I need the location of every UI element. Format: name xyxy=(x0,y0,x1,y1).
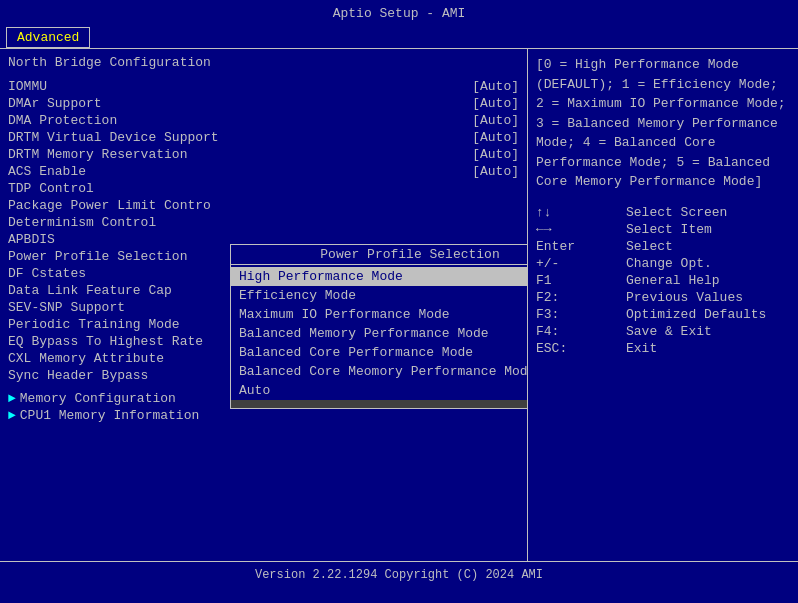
key-row-select: Enter Select xyxy=(536,238,790,255)
main-area: North Bridge Configuration IOMMU [Auto] … xyxy=(0,48,798,561)
submenu-cpu1-memory[interactable]: ► CPU1 Memory Information xyxy=(8,407,519,424)
key-row-esc: ESC: Exit xyxy=(536,340,790,357)
menu-label-acs: ACS Enable xyxy=(8,164,86,179)
bottom-bar: Version 2.22.1294 Copyright (C) 2024 AMI xyxy=(0,561,798,588)
key-desc-save: Save & Exit xyxy=(626,324,712,339)
dropdown-item-auto[interactable]: Auto xyxy=(231,381,528,400)
menu-value-drtm-virtual: [Auto] xyxy=(472,130,519,145)
left-panel-heading: North Bridge Configuration xyxy=(8,55,519,70)
menu-label-sev-snp: SEV-SNP Support xyxy=(8,300,125,315)
key-row-prev: F2: Previous Values xyxy=(536,289,790,306)
key-row-screen: ↑↓ Select Screen xyxy=(536,204,790,221)
key-enter: Enter xyxy=(536,239,626,254)
menu-label-dma-protection: DMA Protection xyxy=(8,113,117,128)
version-text: Version 2.22.1294 Copyright (C) 2024 AMI xyxy=(255,568,543,582)
menu-label-apbdis: APBDIS xyxy=(8,232,55,247)
key-desc-select: Select xyxy=(626,239,673,254)
dropdown-item-balanced-core-mem[interactable]: Balanced Core Meomory Performance Mode xyxy=(231,362,528,381)
title-bar: Aptio Setup - AMI xyxy=(0,0,798,25)
menu-label-periodic: Periodic Training Mode xyxy=(8,317,180,332)
menu-value-dmar: [Auto] xyxy=(472,96,519,111)
key-esc: ESC: xyxy=(536,341,626,356)
menu-value-acs: [Auto] xyxy=(472,164,519,179)
dropdown-item-balanced-core[interactable]: Balanced Core Performance Mode xyxy=(231,343,528,362)
key-desc-screen: Select Screen xyxy=(626,205,727,220)
menu-label-cxl-memory: CXL Memory Attribute xyxy=(8,351,164,366)
menu-label-tdp: TDP Control xyxy=(8,181,94,196)
menu-label-drtm-memory: DRTM Memory Reservation xyxy=(8,147,187,162)
menu-row-package-power[interactable]: Package Power Limit Contro xyxy=(8,197,519,214)
menu-value-iommu: [Auto] xyxy=(472,79,519,94)
key-f4: F4: xyxy=(536,324,626,339)
menu-value-dma-protection: [Auto] xyxy=(472,113,519,128)
dropdown-item-high-perf[interactable]: High Performance Mode xyxy=(231,267,528,286)
arrow-icon-cpu1-memory: ► xyxy=(8,408,16,423)
key-desc-item: Select Item xyxy=(626,222,712,237)
menu-label-determinism: Determinism Control xyxy=(8,215,156,230)
left-panel: North Bridge Configuration IOMMU [Auto] … xyxy=(0,49,528,561)
key-plusminus: +/- xyxy=(536,256,626,271)
key-row-defaults: F3: Optimized Defaults xyxy=(536,306,790,323)
key-arrows-leftright: ←→ xyxy=(536,222,626,237)
key-row-save: F4: Save & Exit xyxy=(536,323,790,340)
menu-row-tdp[interactable]: TDP Control xyxy=(8,180,519,197)
menu-label-eq-bypass: EQ Bypass To Highest Rate xyxy=(8,334,203,349)
dropdown-item-max-io[interactable]: Maximum IO Performance Mode xyxy=(231,305,528,324)
key-desc-change: Change Opt. xyxy=(626,256,712,271)
key-f1: F1 xyxy=(536,273,626,288)
key-arrows-updown: ↑↓ xyxy=(536,205,626,220)
dropdown-item-efficiency[interactable]: Efficiency Mode xyxy=(231,286,528,305)
tab-advanced[interactable]: Advanced xyxy=(6,27,90,48)
key-f3: F3: xyxy=(536,307,626,322)
menu-value-drtm-memory: [Auto] xyxy=(472,147,519,162)
key-desc-esc: Exit xyxy=(626,341,657,356)
power-profile-dropdown[interactable]: Power Profile Selection High Performance… xyxy=(230,244,528,409)
help-text: [0 = High Performance Mode (DEFAULT); 1 … xyxy=(536,55,790,192)
tab-bar: Advanced xyxy=(0,25,798,48)
key-help: ↑↓ Select Screen ←→ Select Item Enter Se… xyxy=(536,204,790,357)
menu-label-iommu: IOMMU xyxy=(8,79,47,94)
key-row-change: +/- Change Opt. xyxy=(536,255,790,272)
menu-row-drtm-memory[interactable]: DRTM Memory Reservation [Auto] xyxy=(8,146,519,163)
menu-label-package-power: Package Power Limit Contro xyxy=(8,198,211,213)
app-title: Aptio Setup - AMI xyxy=(333,6,466,21)
menu-label-sync-header: Sync Header Bypass xyxy=(8,368,148,383)
menu-label-drtm-virtual: DRTM Virtual Device Support xyxy=(8,130,219,145)
menu-label-data-link: Data Link Feature Cap xyxy=(8,283,172,298)
key-desc-defaults: Optimized Defaults xyxy=(626,307,766,322)
menu-row-dmar[interactable]: DMAr Support [Auto] xyxy=(8,95,519,112)
menu-label-df-cstates: DF Cstates xyxy=(8,266,86,281)
submenu-label-cpu1-memory: CPU1 Memory Information xyxy=(20,408,199,423)
key-desc-prev: Previous Values xyxy=(626,290,743,305)
menu-label-dmar: DMAr Support xyxy=(8,96,102,111)
dropdown-item-balanced-memory[interactable]: Balanced Memory Performance Mode xyxy=(231,324,528,343)
menu-row-iommu[interactable]: IOMMU [Auto] xyxy=(8,78,519,95)
right-panel: [0 = High Performance Mode (DEFAULT); 1 … xyxy=(528,49,798,561)
menu-row-determinism[interactable]: Determinism Control xyxy=(8,214,519,231)
key-desc-help: General Help xyxy=(626,273,720,288)
menu-row-acs[interactable]: ACS Enable [Auto] xyxy=(8,163,519,180)
key-row-help: F1 General Help xyxy=(536,272,790,289)
submenu-label-memory-config: Memory Configuration xyxy=(20,391,176,406)
dropdown-footer xyxy=(231,400,528,408)
menu-label-power-profile: Power Profile Selection xyxy=(8,249,187,264)
arrow-icon-memory-config: ► xyxy=(8,391,16,406)
key-f2: F2: xyxy=(536,290,626,305)
key-row-item: ←→ Select Item xyxy=(536,221,790,238)
menu-row-dma-protection[interactable]: DMA Protection [Auto] xyxy=(8,112,519,129)
dropdown-title: Power Profile Selection xyxy=(231,245,528,265)
menu-row-drtm-virtual[interactable]: DRTM Virtual Device Support [Auto] xyxy=(8,129,519,146)
